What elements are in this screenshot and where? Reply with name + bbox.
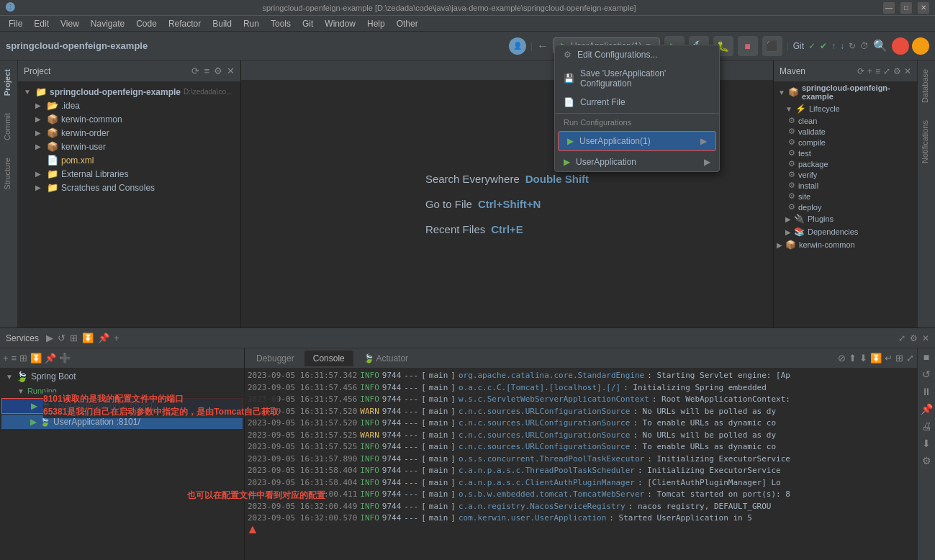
menu-window[interactable]: Window bbox=[319, 17, 361, 30]
maven-lifecycle-section[interactable]: ▼ ⚡ Lifecycle bbox=[774, 102, 917, 115]
search-button[interactable]: 🔍 bbox=[873, 39, 887, 53]
menu-file[interactable]: File bbox=[3, 17, 28, 30]
menu-navigate[interactable]: Navigate bbox=[85, 17, 130, 30]
menu-run[interactable]: Run bbox=[238, 17, 265, 30]
maven-settings-icon[interactable]: ⚙ bbox=[893, 66, 901, 76]
user-app-1-config[interactable]: ▶ UserApplication(1) ▶ bbox=[558, 131, 716, 151]
bookmark-scroll-icon[interactable]: ⬇ bbox=[922, 438, 931, 449]
maven-project-item[interactable]: ▼ 📦 springcloud-openfeign-example bbox=[774, 82, 917, 102]
menu-edit[interactable]: Edit bbox=[28, 17, 55, 30]
tree-kerwin-common[interactable]: ▶ 📦 kerwin-common bbox=[18, 112, 240, 126]
spring-boot-item[interactable]: ▼ 🍃 Spring Boot bbox=[0, 369, 244, 384]
close-button[interactable]: ✕ bbox=[918, 2, 929, 14]
services-run-icon[interactable]: ▶ bbox=[46, 333, 53, 343]
git-back-icon[interactable]: ← bbox=[537, 40, 548, 53]
tree-external-libs[interactable]: ▶ 📁 External Libraries bbox=[18, 167, 240, 181]
project-tab[interactable]: Project bbox=[0, 60, 17, 104]
bookmark-rerun-icon[interactable]: ↺ bbox=[922, 369, 931, 380]
console-wrap-icon[interactable]: ↵ bbox=[885, 353, 893, 363]
tree-scratches[interactable]: ▶ 📁 Scratches and Consoles bbox=[18, 181, 240, 194]
collapse-icon[interactable]: ≡ bbox=[204, 66, 209, 76]
bookmark-gear-icon[interactable]: ⚙ bbox=[922, 455, 931, 466]
commit-tab[interactable]: Commit bbox=[0, 104, 17, 149]
maven-compile[interactable]: ⚙ compile bbox=[774, 137, 917, 148]
services-left-group-icon[interactable]: ⊞ bbox=[19, 353, 27, 363]
services-left-add-icon[interactable]: + bbox=[3, 353, 9, 363]
actuator-tab[interactable]: 🍃 Actuator bbox=[355, 351, 417, 366]
save-configuration-item[interactable]: 💾 Save 'UserApplication' Configuration bbox=[555, 64, 719, 93]
edit-configurations-item[interactable]: ⚙ Edit Configurations... bbox=[555, 45, 719, 64]
services-rerun-icon[interactable]: ↺ bbox=[58, 333, 66, 343]
maven-close-icon[interactable]: ✕ bbox=[904, 66, 911, 76]
maven-kerwin-common[interactable]: ▶ 📦 kerwin-common bbox=[774, 238, 917, 251]
maven-package[interactable]: ⚙ package bbox=[774, 158, 917, 169]
bookmark-print-icon[interactable]: 🖨 bbox=[921, 420, 931, 432]
maven-add-icon[interactable]: + bbox=[867, 66, 872, 76]
maven-expand-icon[interactable]: ⤢ bbox=[883, 66, 890, 76]
notifications-tab[interactable]: Notifications bbox=[918, 112, 935, 172]
services-left-filter-icon[interactable]: ⏬ bbox=[30, 353, 42, 363]
maven-refresh-icon[interactable]: ⟳ bbox=[857, 66, 864, 76]
minimize-button[interactable]: — bbox=[883, 2, 895, 14]
services-close-icon[interactable]: ✕ bbox=[922, 333, 929, 343]
console-expand-icon[interactable]: ⤢ bbox=[906, 353, 914, 363]
console-tab[interactable]: Console bbox=[304, 351, 353, 366]
services-left-plus-icon[interactable]: ➕ bbox=[59, 353, 71, 363]
menu-git[interactable]: Git bbox=[297, 17, 319, 30]
structure-tab-left[interactable]: Structure bbox=[0, 149, 17, 199]
database-tab[interactable]: Database bbox=[918, 60, 935, 112]
git-push-icon[interactable]: ↑ bbox=[831, 41, 836, 51]
maximize-button[interactable]: □ bbox=[900, 2, 912, 14]
menu-other[interactable]: Other bbox=[391, 17, 424, 30]
tree-kerwin-order[interactable]: ▶ 📦 kerwin-order bbox=[18, 126, 240, 140]
services-filter-icon[interactable]: ⏬ bbox=[82, 333, 94, 343]
close-panel-icon[interactable]: ✕ bbox=[227, 66, 235, 76]
bookmark-pause-icon[interactable]: ⏸ bbox=[921, 386, 931, 397]
maven-deploy[interactable]: ⚙ deploy bbox=[774, 202, 917, 212]
menu-refactor[interactable]: Refactor bbox=[163, 17, 207, 30]
tree-kerwin-user[interactable]: ▶ 📦 kerwin-user bbox=[18, 140, 240, 153]
services-expand-icon[interactable]: ⤢ bbox=[898, 333, 905, 343]
menu-build[interactable]: Build bbox=[207, 17, 238, 30]
bookmark-pin-icon[interactable]: 📌 bbox=[921, 403, 933, 415]
maven-plugins-section[interactable]: ▶ 🔌 Plugins bbox=[774, 212, 917, 225]
git-history-icon[interactable]: ⏱ bbox=[860, 41, 869, 51]
maven-verify[interactable]: ⚙ verify bbox=[774, 169, 917, 180]
maven-test[interactable]: ⚙ test bbox=[774, 148, 917, 158]
services-left-pin-icon[interactable]: 📌 bbox=[45, 353, 56, 363]
services-group-icon[interactable]: ⊞ bbox=[70, 333, 78, 343]
maven-install[interactable]: ⚙ install bbox=[774, 180, 917, 191]
user-app-2-config[interactable]: ▶ UserApplication ▶ bbox=[555, 153, 719, 171]
services-left-collapse-icon[interactable]: ≡ bbox=[12, 353, 17, 363]
git-refresh-icon[interactable]: ↻ bbox=[849, 41, 856, 51]
console-grid-icon[interactable]: ⊞ bbox=[895, 353, 903, 363]
sync-icon[interactable]: ⟳ bbox=[191, 66, 199, 76]
color-orange-button[interactable] bbox=[912, 37, 929, 55]
stop-all-button[interactable]: ⬛ bbox=[762, 36, 782, 56]
color-red-button[interactable] bbox=[892, 37, 909, 55]
menu-code[interactable]: Code bbox=[130, 17, 163, 30]
console-filter-icon[interactable]: ⏬ bbox=[870, 353, 882, 363]
menu-help[interactable]: Help bbox=[361, 17, 391, 30]
bookmark-stop-icon[interactable]: ■ bbox=[923, 351, 929, 363]
console-clear-icon[interactable]: ⊘ bbox=[838, 353, 846, 363]
tree-idea[interactable]: ▶ 📂 .idea bbox=[18, 99, 240, 112]
settings-icon[interactable]: ⚙ bbox=[214, 66, 222, 76]
menu-view[interactable]: View bbox=[55, 17, 85, 30]
maven-clean[interactable]: ⚙ clean bbox=[774, 115, 917, 126]
tree-pom[interactable]: ▶ 📄 pom.xml bbox=[18, 153, 240, 167]
console-scroll-icon[interactable]: ⬆ bbox=[849, 353, 857, 363]
services-pin-icon[interactable]: 📌 bbox=[98, 333, 109, 343]
debugger-tab[interactable]: Debugger bbox=[248, 351, 303, 366]
maven-dependencies-section[interactable]: ▶ 📚 Dependencies bbox=[774, 225, 917, 238]
tree-root[interactable]: ▼ 📁 springcloud-openfeign-example D:\zed… bbox=[18, 85, 240, 99]
maven-more-icon[interactable]: ≡ bbox=[875, 66, 880, 76]
stop-button[interactable]: ■ bbox=[738, 36, 758, 56]
profile-avatar[interactable]: 👤 bbox=[509, 37, 526, 55]
console-scroll-down-icon[interactable]: ⬇ bbox=[859, 353, 867, 363]
current-file-item[interactable]: 📄 Current File bbox=[555, 93, 719, 112]
git-pull-icon[interactable]: ↓ bbox=[840, 41, 844, 51]
services-settings-icon[interactable]: ⚙ bbox=[910, 333, 918, 343]
maven-site[interactable]: ⚙ site bbox=[774, 191, 917, 202]
menu-tools[interactable]: Tools bbox=[265, 17, 297, 30]
